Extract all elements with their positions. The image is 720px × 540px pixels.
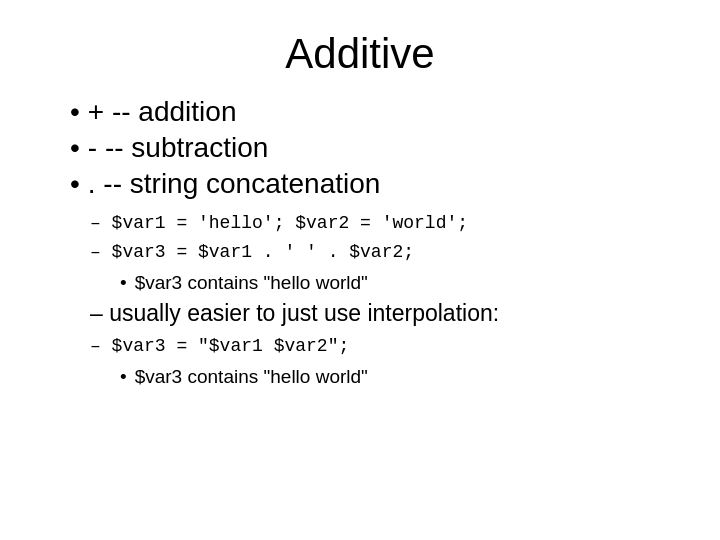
- prose-interpolation: – usually easier to just use interpolati…: [90, 300, 680, 327]
- sub-bullet-1: $var3 contains "hello world": [120, 272, 680, 294]
- code-line-1: – $var1 = 'hello'; $var2 = 'world';: [90, 210, 680, 237]
- sub-bullet-2: $var3 contains "hello world": [120, 366, 680, 388]
- code-line-3: – $var3 = "$var1 $var2";: [90, 333, 680, 360]
- bullet-item-concatenation: . -- string concatenation: [70, 168, 680, 200]
- bullet-item-subtraction: - -- subtraction: [70, 132, 680, 164]
- code-block-1: – $var1 = 'hello'; $var2 = 'world'; – $v…: [90, 210, 680, 266]
- bullet-item-addition: + -- addition: [70, 96, 680, 128]
- page-title: Additive: [40, 30, 680, 78]
- code-line-2: – $var3 = $var1 . ' ' . $var2;: [90, 239, 680, 266]
- code-block-2: – $var3 = "$var1 $var2";: [90, 333, 680, 360]
- bullet-list: + -- addition - -- subtraction . -- stri…: [70, 96, 680, 200]
